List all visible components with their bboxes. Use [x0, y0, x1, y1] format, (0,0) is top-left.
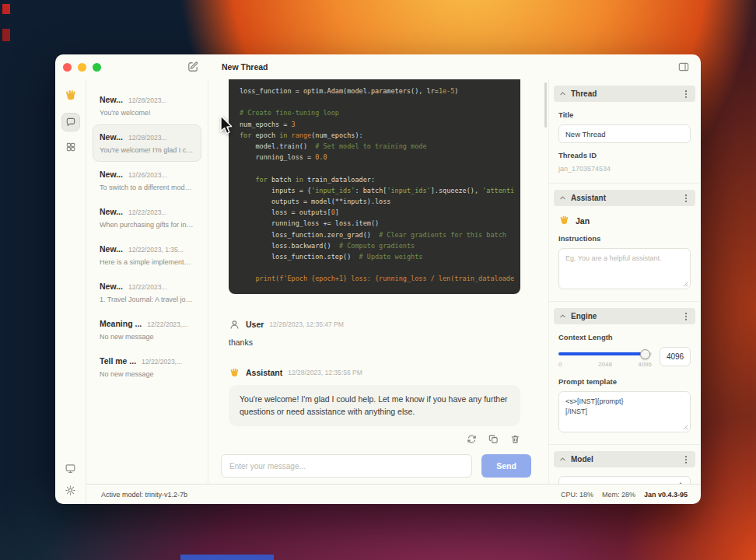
message-timestamp: 12/28/2023, 12:35:56 PM	[288, 369, 362, 376]
threads-id-value: jan_1703574534	[558, 165, 691, 173]
thread-date: 12/26/2023...	[128, 171, 167, 179]
trash-icon[interactable]	[510, 434, 520, 444]
thread-list-item[interactable]: Tell me ... 12/22/2023,... No new messag…	[93, 348, 201, 386]
engine-section-header[interactable]: Engine	[554, 308, 695, 324]
tick-label: 0	[558, 361, 562, 368]
right-panel-toggle-icon[interactable]	[677, 61, 690, 73]
gear-icon[interactable]	[65, 485, 76, 496]
thread-date: 12/22/2023,...	[147, 320, 187, 328]
kebab-menu-icon[interactable]	[682, 194, 690, 203]
chevron-up-icon[interactable]	[559, 456, 566, 463]
assistant-identity: Jan	[558, 215, 691, 226]
chevron-up-icon[interactable]	[559, 90, 566, 97]
kebab-menu-icon[interactable]	[682, 455, 690, 464]
model-section: Model Mistral Instruct 7B Q4	[549, 451, 700, 484]
thread-date: 12/22/2023...	[128, 208, 167, 216]
thread-title: New...	[100, 282, 123, 291]
engine-section: Engine Context Length	[549, 308, 700, 445]
new-thread-compose-icon[interactable]	[186, 60, 200, 74]
copy-icon[interactable]	[488, 434, 499, 444]
wallpaper-artifact	[2, 4, 10, 14]
thread-date: 12/28/2023...	[128, 96, 167, 104]
thread-title-input[interactable]	[558, 124, 691, 143]
section-title: Engine	[571, 312, 677, 320]
resize-handle-icon[interactable]	[683, 282, 688, 287]
thread-preview: When purchasing gifts for in-...	[100, 221, 194, 229]
thread-list-item[interactable]: New... 12/22/2023, 1:35... Here is a sim…	[93, 236, 201, 274]
thread-list-item[interactable]: New... 12/28/2023... You're welcome! I'm…	[93, 124, 201, 162]
thread-list-item[interactable]: New... 12/22/2023... 1. Travel Journal: …	[93, 274, 201, 311]
thread-title: New...	[100, 207, 123, 216]
thread-list-item[interactable]: New... 12/28/2023... You're welcome!	[93, 87, 201, 124]
settings-panel: Thread Title Threads ID jan_1703574534	[548, 79, 700, 484]
kebab-menu-icon[interactable]	[682, 89, 690, 99]
wave-logo-icon	[64, 89, 78, 103]
thread-preview: You're welcome! I'm glad I cou...	[100, 146, 194, 154]
app-version: Jan v0.4.3-95	[644, 491, 688, 499]
thread-list: New... 12/28/2023... You're welcome! New…	[86, 79, 208, 484]
section-title: Assistant	[571, 194, 677, 202]
message-input[interactable]	[221, 454, 472, 478]
message-timestamp: 12/28/2023, 12:35:47 PM	[269, 320, 343, 328]
status-bar: Active model: trinity-v1.2-7b CPU: 18% M…	[86, 484, 700, 504]
thread-title: New...	[100, 132, 123, 142]
rail-chat-tab[interactable]	[61, 113, 80, 131]
thread-title: New...	[100, 95, 123, 104]
assistant-message-bubble: You're welcome! I'm glad I could help. L…	[229, 385, 520, 427]
wallpaper-artifact	[2, 29, 10, 41]
thread-list-item[interactable]: New... 12/26/2023... To switch to a diff…	[93, 162, 201, 199]
thread-list-item[interactable]: New... 12/22/2023... When purchasing gif…	[93, 199, 201, 236]
app-window: New Thread	[55, 54, 701, 504]
apps-grid-icon[interactable]	[65, 142, 76, 152]
chevron-up-icon[interactable]	[559, 313, 566, 320]
prompt-template-label: Prompt template	[558, 377, 691, 386]
tick-label: 4096	[638, 361, 652, 368]
thread-section: Thread Title Threads ID jan_1703574534	[549, 86, 700, 184]
kebab-menu-icon[interactable]	[682, 312, 690, 321]
assistant-section-header[interactable]: Assistant	[554, 190, 695, 206]
message-actions	[229, 434, 520, 444]
wave-icon	[558, 215, 570, 226]
thread-list-item[interactable]: Meaning ... 12/22/2023,... No new messag…	[93, 311, 201, 348]
context-length-slider[interactable]: 0 2048 4096	[558, 349, 652, 369]
model-section-header[interactable]: Model	[554, 451, 695, 467]
slider-thumb[interactable]	[640, 349, 650, 359]
chat-bubble-icon	[65, 117, 76, 128]
assistant-name: Jan	[576, 216, 590, 226]
thread-preview: 1. Travel Journal: A travel journ...	[100, 296, 194, 303]
thread-preview: To switch to a different model,...	[100, 184, 194, 191]
mem-status: Mem: 28%	[602, 491, 635, 499]
regenerate-icon[interactable]	[467, 434, 477, 444]
model-select[interactable]: Mistral Instruct 7B Q4	[558, 476, 691, 484]
thread-title: New...	[100, 244, 123, 254]
context-length-value[interactable]: 4096	[660, 347, 691, 366]
monitor-icon[interactable]	[65, 463, 76, 474]
assistant-section: Assistant	[549, 190, 700, 302]
zoom-button[interactable]	[93, 63, 101, 72]
chevron-up-icon[interactable]	[559, 194, 566, 201]
instructions-textarea[interactable]	[558, 248, 691, 289]
minimize-button[interactable]	[78, 63, 86, 72]
resize-handle-icon[interactable]	[683, 425, 688, 430]
thread-date: 12/28/2023...	[128, 134, 167, 142]
section-title: Model	[571, 455, 677, 464]
instructions-label: Instructions	[558, 234, 691, 243]
thread-section-header[interactable]: Thread	[554, 86, 695, 102]
send-button[interactable]: Send	[481, 454, 531, 478]
thread-preview: Here is a simple implementati...	[100, 258, 194, 266]
chat-scroll-region[interactable]: loss_function = optim.Adam(model.paramet…	[208, 79, 548, 448]
threads-id-label: Threads ID	[558, 151, 691, 159]
section-title: Thread	[571, 89, 677, 98]
titlebar: New Thread	[55, 54, 701, 79]
prompt-template-textarea[interactable]: <s>[INST]{prompt} [/INST]	[558, 391, 691, 432]
user-avatar-icon	[229, 319, 240, 331]
user-message-header: User 12/28/2023, 12:35:47 PM	[229, 319, 520, 331]
wallpaper-artifact	[180, 555, 274, 560]
close-button[interactable]	[63, 63, 72, 72]
traffic-lights	[63, 63, 101, 72]
thread-date: 12/22/2023,...	[142, 358, 182, 366]
thread-preview: No new message	[100, 333, 194, 341]
chat-scrollbar[interactable]	[544, 82, 547, 128]
thread-date: 12/22/2023, 1:35...	[128, 246, 184, 254]
left-icon-rail	[55, 79, 86, 504]
